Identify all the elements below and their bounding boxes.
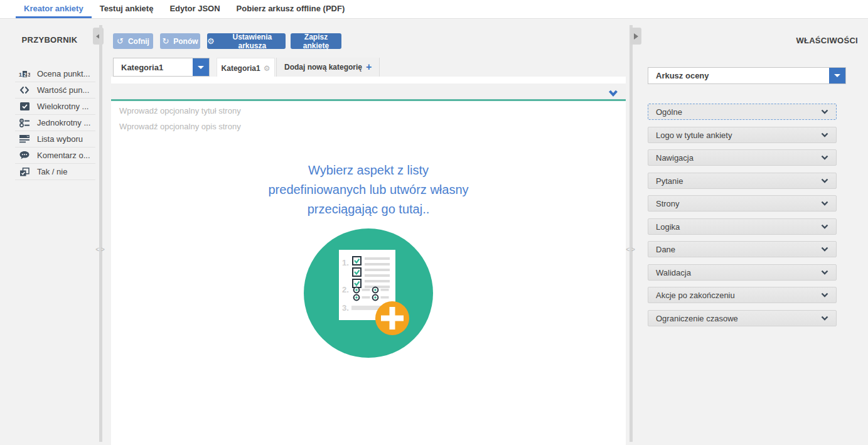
empty-page-illustration: 1. 2. bbox=[304, 228, 433, 360]
properties-title: WŁAŚCIWOŚCI bbox=[690, 36, 858, 45]
svg-text:1: 1 bbox=[19, 72, 22, 78]
toolbox-item-lista-wyboru[interactable]: Lista wyboru bbox=[15, 131, 95, 147]
redo-button[interactable]: ↻ Ponów bbox=[160, 33, 200, 49]
section-label: Logo w tytule ankiety bbox=[656, 131, 821, 140]
chevron-down-icon bbox=[834, 74, 840, 77]
property-section-akcje-po-zakonczeniu[interactable]: Akcje po zakończeniu bbox=[648, 287, 837, 303]
tab-add-category[interactable]: Dodaj nową kategorię + bbox=[276, 58, 380, 77]
selected-object-dropdown-button[interactable] bbox=[829, 68, 845, 83]
section-label: Strony bbox=[656, 199, 821, 208]
svg-text:2.: 2. bbox=[342, 285, 349, 294]
chevron-down-icon bbox=[821, 224, 828, 229]
property-section-nawigacja[interactable]: Nawigacja bbox=[648, 149, 837, 166]
survey-page[interactable]: Wprowadź opcjonalny tytuł strony Wprowad… bbox=[111, 101, 626, 445]
plus-icon: + bbox=[366, 63, 372, 71]
selected-object-value: Arkusz oceny bbox=[648, 71, 829, 80]
left-splitter[interactable] bbox=[99, 25, 102, 442]
section-label: Pytanie bbox=[656, 176, 821, 186]
svg-text:1.: 1. bbox=[342, 258, 349, 267]
chevron-down-icon bbox=[821, 201, 828, 206]
section-label: Akcje po zakończeniu bbox=[656, 291, 821, 300]
toolbox-item-label: Ocena punkt... bbox=[37, 69, 90, 78]
selected-object-select[interactable]: Arkusz oceny bbox=[648, 67, 846, 84]
boolean-icon bbox=[19, 167, 30, 177]
undo-icon: ↺ bbox=[117, 36, 124, 46]
property-section-ograniczenie-czasowe[interactable]: Ograniczenie czasowe bbox=[648, 310, 837, 326]
right-splitter-resize-icon[interactable]: <> bbox=[624, 246, 638, 253]
canvas-top-strip bbox=[111, 77, 626, 83]
right-splitter[interactable] bbox=[630, 25, 633, 442]
page-description-input[interactable]: Wprowadź opcjonalny opis strony bbox=[119, 122, 241, 131]
property-section-ogolne[interactable]: Ogólne bbox=[648, 104, 837, 120]
section-label: Logika bbox=[656, 222, 821, 232]
section-label: Walidacja bbox=[656, 268, 821, 277]
chevron-down-icon bbox=[821, 132, 828, 137]
tab-edytor-json[interactable]: Edytor JSON bbox=[161, 0, 228, 18]
save-survey-label: Zapisz ankietę bbox=[291, 33, 341, 50]
save-survey-button[interactable]: Zapisz ankietę bbox=[291, 33, 341, 49]
dropdown-icon bbox=[19, 134, 30, 144]
toolbox-item-label: Wartość pun... bbox=[37, 85, 89, 95]
toolbox-item-label: Tak / nie bbox=[37, 167, 67, 176]
toolbox-item-label: Wielokrotny ... bbox=[37, 102, 88, 111]
svg-text:2: 2 bbox=[24, 71, 27, 77]
section-label: Ogólne bbox=[656, 107, 821, 117]
property-section-logika[interactable]: Logika bbox=[648, 218, 837, 235]
page-title-input[interactable]: Wprowadź opcjonalny tytuł strony bbox=[119, 106, 241, 115]
toolbox-item-ocena-punktowa[interactable]: 123 Ocena punkt... bbox=[15, 66, 95, 82]
gear-icon: ⚙ bbox=[207, 36, 215, 46]
undo-button[interactable]: ↺ Cofnij bbox=[113, 33, 153, 49]
chevron-down-icon bbox=[821, 292, 828, 298]
toolbox-title: PRZYBORNIK bbox=[0, 35, 99, 45]
chevron-down-icon bbox=[821, 270, 828, 275]
chevron-right-icon bbox=[634, 33, 638, 40]
section-label: Nawigacja bbox=[656, 153, 821, 163]
section-label: Dane bbox=[656, 245, 821, 254]
checkbox-icon bbox=[19, 102, 30, 112]
property-section-walidacja[interactable]: Walidacja bbox=[648, 264, 837, 281]
toolbox-item-komentarz[interactable]: Komentarz o... bbox=[15, 147, 95, 164]
property-section-dane[interactable]: Dane bbox=[648, 241, 837, 257]
category-select[interactable]: Kategoria1 bbox=[113, 58, 210, 77]
svg-text:3: 3 bbox=[28, 72, 30, 78]
value-icon bbox=[19, 85, 30, 95]
chevron-down-icon bbox=[821, 178, 828, 183]
toolbox-item-label: Komentarz o... bbox=[37, 151, 90, 160]
tab-add-category-label: Dodaj nową kategorię bbox=[284, 63, 362, 72]
section-label: Ograniczenie czasowe bbox=[656, 314, 821, 323]
tab-kategoria1-label: Kategoria1 bbox=[222, 64, 260, 73]
radiogroup-icon bbox=[19, 118, 30, 128]
toolbox-item-wartosc-punktowa[interactable]: Wartość pun... bbox=[15, 82, 95, 99]
tab-kreator-ankiety[interactable]: Kreator ankiety bbox=[16, 0, 92, 18]
toolbox-item-label: Lista wyboru bbox=[37, 134, 83, 144]
chevron-down-icon bbox=[198, 66, 204, 69]
tab-testuj-ankiete[interactable]: Testuj ankietę bbox=[92, 0, 162, 18]
page-header-band bbox=[111, 83, 626, 99]
chevron-down-icon bbox=[821, 155, 828, 160]
toolbox-item-label: Jednokrotny ... bbox=[37, 118, 90, 127]
chevron-down-icon bbox=[821, 247, 828, 252]
tab-pobierz-arkusz-offline-pdf[interactable]: Pobierz arkusz offline (PDF) bbox=[228, 0, 353, 18]
chevron-down-icon bbox=[821, 109, 828, 114]
svg-text:3.: 3. bbox=[342, 303, 349, 313]
property-section-logo[interactable]: Logo w tytule ankiety bbox=[648, 127, 837, 143]
drop-area-message: Wybierz aspekt z listy predefiniowanych … bbox=[265, 161, 472, 219]
collapse-properties-button[interactable] bbox=[631, 28, 641, 45]
toolbox-item-jednokrotny-wybor[interactable]: Jednokrotny ... bbox=[15, 115, 95, 131]
toolbox-list: 123 Ocena punkt... Wartość pun... Wielok… bbox=[15, 66, 95, 180]
sheet-settings-label: Ustawienia arkusza bbox=[219, 33, 286, 50]
property-section-strony[interactable]: Strony bbox=[648, 195, 837, 212]
sheet-settings-button[interactable]: ⚙ Ustawienia arkusza bbox=[207, 33, 286, 49]
gear-icon[interactable]: ⚙ bbox=[264, 64, 271, 73]
toolbox-item-tak-nie[interactable]: Tak / nie bbox=[15, 164, 95, 180]
redo-label: Ponów bbox=[173, 37, 198, 46]
chevron-down-icon bbox=[821, 316, 828, 321]
category-select-dropdown-button[interactable] bbox=[193, 58, 209, 76]
page-collapse-chevron[interactable] bbox=[608, 88, 618, 99]
property-section-pytanie[interactable]: Pytanie bbox=[648, 173, 837, 189]
main-tab-bar: Kreator ankiety Testuj ankietę Edytor JS… bbox=[0, 0, 868, 19]
toolbox-item-wielokrotny-wybor[interactable]: Wielokrotny ... bbox=[15, 99, 95, 115]
undo-label: Cofnij bbox=[128, 37, 149, 46]
left-splitter-resize-icon[interactable]: <> bbox=[94, 246, 108, 253]
rating-icon: 123 bbox=[19, 69, 30, 79]
